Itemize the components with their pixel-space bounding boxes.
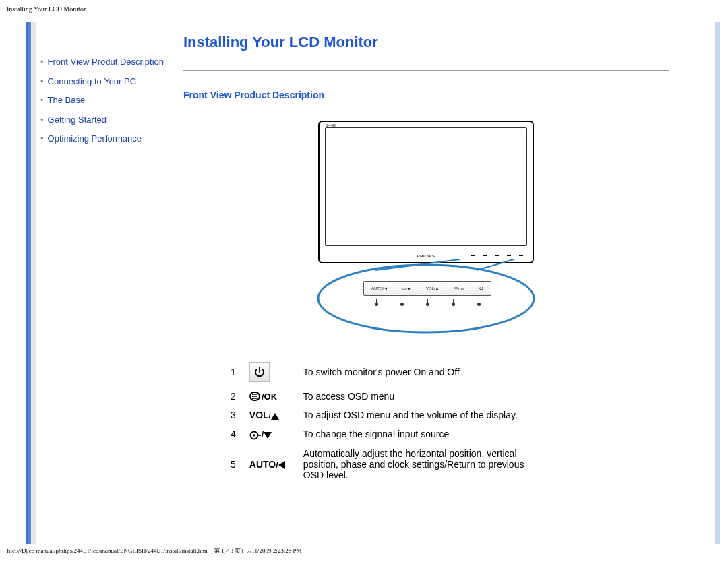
row-num: 1: [224, 358, 243, 386]
vol-up-icon: VOL/: [243, 406, 297, 425]
row-num: 2: [224, 386, 243, 406]
row-num: 5: [224, 444, 243, 485]
zoom-callout: AUTO/◄ ⊕/▼ VOL/▲ ☰/OK ⏻: [315, 258, 537, 339]
svg-marker-12: [264, 432, 272, 439]
monitor-model-label: 244E: [326, 123, 336, 127]
input-down-icon: /: [243, 425, 297, 443]
table-row: 3 VOL/ To adjust OSD menu and the volume…: [224, 406, 539, 425]
divider: [183, 70, 669, 71]
table-row: 1 To switch monitor's power On and Off: [224, 358, 539, 386]
monitor-front-controls: [471, 255, 523, 256]
sidebar-item-front-view[interactable]: •Front View Produt Description: [40, 53, 182, 72]
table-row: 5 AUTO/ Automatically adjust the horizon…: [224, 444, 539, 485]
control-panel-zoom: AUTO/◄ ⊕/▼ VOL/▲ ☰/OK ⏻: [363, 281, 491, 296]
panel-label: AUTO/◄: [371, 286, 388, 290]
sidebar-item-optimizing[interactable]: •Optimizing Performance: [40, 129, 182, 149]
left-accent-bar-2: [31, 22, 36, 544]
monitor-outline: 244E PHILIPS: [318, 121, 534, 263]
power-icon: [243, 358, 297, 386]
svg-marker-13: [278, 461, 285, 469]
sidebar-item-connecting[interactable]: •Connecting to Your PC: [40, 72, 182, 92]
row-num: 3: [224, 406, 243, 425]
table-row: 4 / To change the signnal input source: [224, 425, 539, 443]
sidebar-item-the-base[interactable]: •The Base: [40, 91, 182, 111]
svg-point-10: [253, 434, 255, 437]
auto-left-icon: AUTO/: [243, 444, 297, 485]
page-header-path: Installing Your LCD Monitor: [7, 5, 86, 13]
sidebar-nav: •Front View Produt Description •Connecti…: [40, 53, 182, 149]
section-heading: Front View Product Description: [183, 90, 669, 100]
panel-label: ⏻: [479, 286, 483, 290]
page-footer-path: file:///D|/cd manual/philips/244E1/lcd/m…: [7, 547, 301, 555]
button-legend-table: 1 To switch monitor's power On and Off 2…: [224, 358, 539, 485]
panel-label: ⊕/▼: [402, 286, 411, 291]
row-desc: Automatically adjust the horizontal posi…: [297, 444, 539, 485]
panel-label: ☰/OK: [454, 286, 464, 291]
row-desc: To switch monitor's power On and Off: [297, 358, 539, 386]
svg-line-2: [477, 259, 514, 270]
monitor-figure: 244E PHILIPS AUTO/◄ ⊕/▼ VOL/▲ ☰/OK ⏻: [183, 121, 669, 339]
page-title: Installing Your LCD Monitor: [183, 34, 669, 51]
table-row: 2 /OK To access OSD menu: [224, 386, 539, 406]
panel-pins: [363, 299, 491, 306]
right-accent-bar: [715, 22, 720, 544]
main-content: Installing Your LCD Monitor Front View P…: [183, 34, 669, 485]
row-num: 4: [224, 425, 243, 443]
row-desc: To adjust OSD menu and the volume of the…: [297, 406, 539, 425]
svg-marker-8: [271, 413, 279, 420]
left-accent-bar: [26, 22, 31, 544]
row-desc: To change the signnal input source: [297, 425, 539, 443]
svg-text:/OK: /OK: [262, 392, 278, 402]
panel-label: VOL/▲: [426, 286, 439, 290]
row-desc: To access OSD menu: [297, 386, 539, 406]
menu-ok-icon: /OK: [243, 386, 297, 406]
sidebar-item-getting-started[interactable]: •Getting Started: [40, 111, 182, 130]
